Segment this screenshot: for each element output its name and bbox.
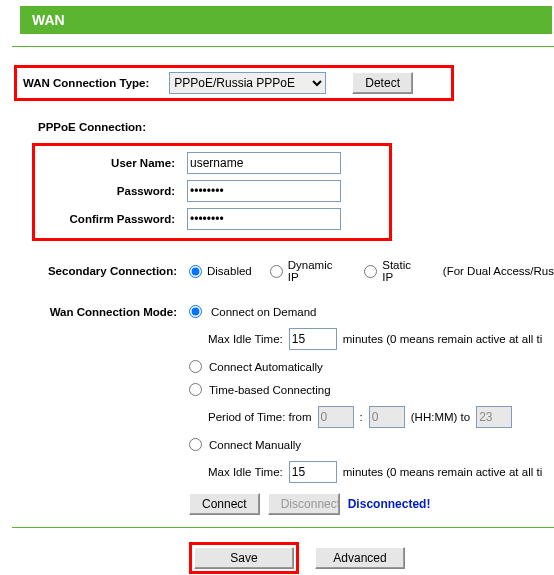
- period-label: Period of Time: from: [208, 411, 312, 423]
- divider-bottom: [12, 527, 554, 528]
- disconnect-button: Disconnect: [268, 493, 340, 515]
- secondary-static-label: Static IP: [382, 259, 425, 283]
- max-idle-row-1: Max Idle Time: minutes (0 means remain a…: [208, 328, 554, 350]
- advanced-button[interactable]: Advanced: [315, 547, 405, 569]
- secondary-note: (For Dual Access/Rus: [443, 265, 554, 277]
- content-area: WAN Connection Type: PPPoE/Russia PPPoE …: [0, 65, 554, 574]
- pppoe-section-title: PPPoE Connection:: [38, 121, 554, 133]
- max-idle-input-2[interactable]: [289, 461, 337, 483]
- connection-status: Disconnected!: [348, 497, 431, 511]
- conn-type-highlight: WAN Connection Type: PPPoE/Russia PPPoE …: [14, 65, 454, 101]
- page-title: WAN: [20, 6, 552, 34]
- mode-time-label: Time-based Connecting: [209, 384, 331, 396]
- confirm-password-input[interactable]: [187, 208, 341, 230]
- secondary-dynamic-radio[interactable]: [270, 265, 283, 278]
- divider: [12, 46, 554, 47]
- mode-on-demand-label: Connect on Demand: [211, 306, 316, 318]
- mode-auto-radio[interactable]: [189, 360, 202, 373]
- max-idle-row-2: Max Idle Time: minutes (0 means remain a…: [208, 461, 554, 483]
- footer-buttons: Save Advanced: [189, 542, 554, 574]
- conn-type-select[interactable]: PPPoE/Russia PPPoE: [169, 72, 326, 94]
- mode-time-radio[interactable]: [189, 383, 202, 396]
- secondary-disabled-radio[interactable]: [189, 265, 202, 278]
- conn-type-label: WAN Connection Type:: [23, 77, 149, 89]
- mode-label: Wan Connection Mode:: [12, 306, 189, 318]
- secondary-dynamic-label: Dynamic IP: [288, 259, 346, 283]
- connect-button[interactable]: Connect: [189, 493, 260, 515]
- period-to-input: [369, 406, 405, 428]
- mode-manual-radio[interactable]: [189, 438, 202, 451]
- max-idle-input-1[interactable]: [289, 328, 337, 350]
- max-idle-suffix-1: minutes (0 means remain active at all ti: [343, 333, 542, 345]
- confirm-password-label: Confirm Password:: [35, 213, 187, 225]
- save-highlight: Save: [189, 542, 299, 574]
- period-from-input: [318, 406, 354, 428]
- period-sep: :: [360, 411, 363, 423]
- pppoe-highlight: User Name: Password: Confirm Password:: [32, 143, 392, 241]
- mode-manual-label: Connect Manually: [209, 439, 301, 451]
- period-row: Period of Time: from : (HH:MM) to: [208, 406, 554, 428]
- max-idle-label-1: Max Idle Time:: [208, 333, 283, 345]
- username-label: User Name:: [35, 157, 187, 169]
- username-input[interactable]: [187, 152, 341, 174]
- mode-on-demand-radio[interactable]: [189, 305, 202, 318]
- max-idle-label-2: Max Idle Time:: [208, 466, 283, 478]
- secondary-static-radio[interactable]: [364, 265, 377, 278]
- period-end-input: [476, 406, 512, 428]
- max-idle-suffix-2: minutes (0 means remain active at all ti: [343, 466, 542, 478]
- connect-row: Connect Disconnect Disconnected!: [189, 493, 554, 515]
- password-input[interactable]: [187, 180, 341, 202]
- save-button[interactable]: Save: [194, 547, 294, 569]
- password-label: Password:: [35, 185, 187, 197]
- secondary-label: Secondary Connection:: [12, 265, 189, 277]
- period-hhmm: (HH:MM) to: [411, 411, 470, 423]
- detect-button[interactable]: Detect: [352, 72, 413, 94]
- secondary-disabled-label: Disabled: [207, 265, 252, 277]
- mode-auto-label: Connect Automatically: [209, 361, 323, 373]
